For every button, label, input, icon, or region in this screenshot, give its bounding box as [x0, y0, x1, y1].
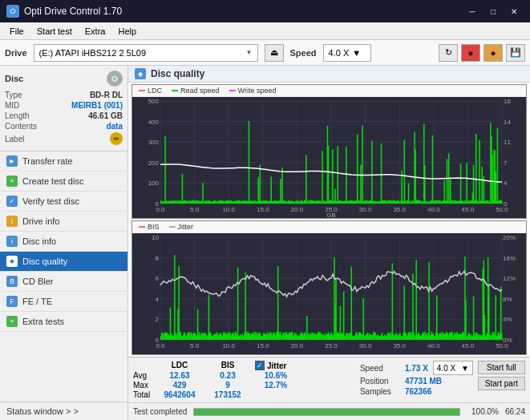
bottom-chart-canvas — [132, 233, 526, 354]
start-full-button[interactable]: Start full — [478, 361, 525, 374]
fe-te-icon: F — [6, 296, 18, 307]
sidebar-item-verify-test-disc[interactable]: ✓ Verify test disc — [0, 192, 127, 212]
write-color — [229, 90, 236, 91]
position-value: 47731 MB — [405, 377, 442, 386]
sidebar: Disc 💿 Type BD-R DL MID MEIRB1 (001) Len… — [0, 66, 128, 420]
verify-test-disc-icon: ✓ — [6, 196, 18, 207]
disc-title: Disc — [5, 74, 23, 83]
save-button[interactable]: 💾 — [506, 44, 525, 62]
jitter-legend-label: Jitter — [178, 223, 194, 231]
top-chart-canvas — [132, 97, 526, 218]
drive-label: Drive — [5, 48, 27, 58]
transfer-rate-label: Transfer rate — [22, 156, 73, 166]
samples-value: 762366 — [405, 387, 431, 396]
app-title: Opti Drive Control 1.70 — [24, 6, 122, 17]
ldc-color — [139, 90, 145, 91]
contents-value: data — [106, 122, 123, 131]
verify-test-disc-label: Verify test disc — [22, 196, 79, 206]
max-ldc: 429 — [156, 381, 204, 390]
status-window[interactable]: Status window > > — [0, 402, 127, 420]
speed-select[interactable]: 4.0 X ▼ — [323, 44, 371, 62]
stats-total-row: Total 9642604 173152 — [133, 390, 355, 399]
start-part-button[interactable]: Start part — [478, 377, 525, 390]
titlebar-controls: ─ □ ✕ — [463, 4, 524, 18]
menu-help[interactable]: Help — [111, 25, 143, 38]
sidebar-item-cd-bler[interactable]: B CD Bler — [0, 272, 127, 292]
jitter-header: Jitter — [267, 361, 286, 370]
position-row: Position 47731 MB — [360, 377, 473, 386]
speed-value: 4.0 X — [329, 48, 350, 58]
read-color — [172, 90, 178, 91]
sidebar-item-create-test-disc[interactable]: + Create test disc — [0, 172, 127, 192]
length-value: 46.61 GB — [88, 111, 123, 120]
bottom-statusbar: Test completed 100.0% 66:24 — [128, 402, 530, 420]
avg-ldc: 12.63 — [156, 371, 204, 380]
progress-bar — [193, 408, 460, 416]
titlebar: O Opti Drive Control 1.70 ─ □ ✕ — [0, 0, 530, 22]
stats-inner: LDC BIS ✓ Jitter Avg 12.63 0.23 — [133, 361, 525, 399]
minimize-button[interactable]: ─ — [463, 4, 482, 18]
cd-bler-label: CD Bler — [22, 277, 54, 286]
samples-label: Samples — [360, 387, 400, 396]
avg-jitter: 10.6% — [252, 371, 300, 380]
length-label: Length — [5, 111, 30, 120]
bottom-chart — [132, 233, 526, 354]
red-button[interactable]: ● — [461, 44, 480, 62]
drive-info-label: Drive info — [22, 216, 59, 226]
sidebar-item-disc-info[interactable]: i Disc info — [0, 232, 127, 252]
max-label: Max — [133, 381, 156, 390]
fe-te-label: FE / TE — [22, 297, 52, 306]
speed-dropdown-arrow: ▼ — [352, 48, 361, 58]
bis-color — [139, 226, 145, 228]
orange-button[interactable]: ● — [483, 44, 503, 62]
stats-max-row: Max 429 9 12.7% — [133, 381, 355, 390]
avg-label: Avg — [133, 371, 156, 380]
max-jitter: 12.7% — [252, 381, 300, 390]
sidebar-item-disc-quality[interactable]: ★ Disc quality — [0, 252, 127, 272]
disc-mid-row: MID MEIRB1 (001) — [5, 100, 123, 111]
max-bis: 9 — [204, 381, 252, 390]
app-icon: O — [6, 5, 19, 18]
speed-select-dropdown[interactable]: 4.0 X ▼ — [433, 361, 473, 375]
disc-section: Disc 💿 Type BD-R DL MID MEIRB1 (001) Len… — [0, 66, 127, 151]
toolbar-icons: ↻ ● ● 💾 — [439, 44, 525, 62]
disc-header: Disc 💿 — [5, 71, 123, 87]
drive-select[interactable]: (E:) ATAPI iHBS212 2 5L09 ▼ — [34, 44, 258, 62]
menubar: File Start test Extra Help — [0, 22, 530, 40]
total-bis: 173152 — [204, 390, 252, 399]
disc-icon: 💿 — [107, 71, 123, 87]
sidebar-item-drive-info[interactable]: i Drive info — [0, 212, 127, 232]
bis-label: BIS — [148, 223, 160, 231]
extra-tests-icon: + — [6, 316, 18, 327]
menu-file[interactable]: File — [3, 25, 30, 38]
drive-value: (E:) ATAPI iHBS212 2 5L09 — [39, 48, 243, 58]
legend-write-speed: Write speed — [229, 87, 277, 95]
stats-table: LDC BIS ✓ Jitter Avg 12.63 0.23 — [133, 361, 355, 399]
top-chart-container: LDC Read speed Write speed — [131, 84, 527, 219]
position-label: Position — [360, 377, 400, 386]
menu-extra[interactable]: Extra — [79, 25, 112, 38]
chart-header: ◆ Disc quality — [128, 66, 530, 83]
jitter-check: ✓ Jitter — [255, 361, 286, 370]
speed-speed-row: Speed 1.73 X 4.0 X ▼ — [360, 361, 473, 375]
bottom-chart-container: BIS Jitter — [131, 220, 527, 355]
samples-row: Samples 762366 — [360, 387, 473, 396]
start-buttons: Start full Start part — [478, 361, 525, 390]
close-button[interactable]: ✕ — [504, 4, 524, 18]
menu-start-test[interactable]: Start test — [30, 25, 79, 38]
sidebar-item-fe-te[interactable]: F FE / TE — [0, 292, 127, 312]
titlebar-left: O Opti Drive Control 1.70 — [6, 5, 122, 18]
bis-header: BIS — [204, 361, 252, 370]
speed-select-value: 4.0 X — [437, 364, 455, 373]
refresh-button[interactable]: ↻ — [439, 44, 458, 62]
legend-bis: BIS — [139, 223, 160, 231]
jitter-checkbox[interactable]: ✓ — [255, 361, 265, 370]
sidebar-item-extra-tests[interactable]: + Extra tests — [0, 312, 127, 332]
type-value: BD-R DL — [90, 91, 123, 99]
disc-length-row: Length 46.61 GB — [5, 111, 123, 121]
sidebar-item-transfer-rate[interactable]: ► Transfer rate — [0, 151, 127, 172]
eject-button[interactable]: ⏏ — [265, 44, 284, 62]
speed-info: Speed 1.73 X 4.0 X ▼ Position 47731 MB S… — [360, 361, 473, 396]
maximize-button[interactable]: □ — [483, 4, 503, 18]
disc-quality-icon: ★ — [6, 256, 18, 267]
